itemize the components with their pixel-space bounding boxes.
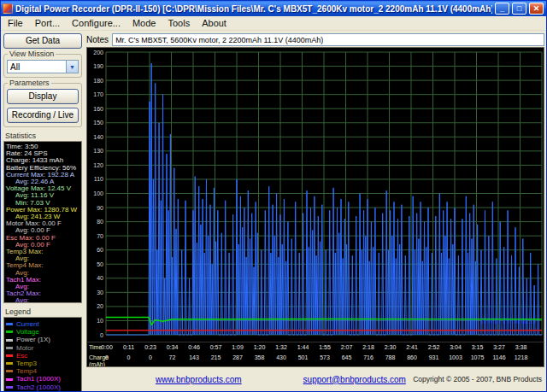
parameters-group: Parameters Display Recording / Live [3,83,82,127]
legend-item-label: Power (1X) [16,336,50,343]
legend-swatch-icon [6,370,13,372]
chart-svg: 0102030405060708090100110120130140150160… [87,48,544,342]
legend-item: Temp3 [6,360,79,367]
chevron-down-icon[interactable]: ▼ [66,61,78,73]
time-tick-value: 1:32 [275,344,287,350]
charge-tick-value: 143 [189,354,199,360]
title-bar[interactable]: Digital Power Recorder (DPR-II-150) [C:\… [1,1,546,16]
time-tick-value: 2:41 [406,344,418,350]
charge-tick-value: 430 [276,354,286,360]
content-area: Get Data View Mission All ▼ Parameters D… [1,31,546,391]
time-tick-value: 0:00 [101,344,113,350]
svg-text:130: 130 [93,148,103,154]
notes-row: Notes [86,32,544,47]
recording-live-button[interactable]: Recording / Live [7,108,79,123]
charge-tick-value: 716 [363,354,373,360]
svg-text:140: 140 [93,134,103,140]
charge-tick-value: 215 [211,354,221,360]
charge-tick-value: 860 [407,354,417,360]
time-tick-value: 1:55 [319,344,331,350]
time-tick-value: 3:27 [493,344,505,350]
display-button[interactable]: Display [7,89,79,104]
time-tick-value: 0:46 [188,344,200,350]
charge-tick-value: 72 [169,354,176,360]
time-tick-value: 0:57 [210,344,222,350]
menu-item-tools[interactable]: Tools [162,17,196,29]
legend-swatch-icon [6,378,13,381]
charge-tick-value: 0 [149,354,152,360]
time-tick-value: 2:07 [341,344,353,350]
legend-swatch-icon [6,339,13,342]
charge-tick-value: 0 [105,354,109,360]
legend-item: Power (1X) [6,336,79,343]
menu-item-port[interactable]: Port... [29,17,66,29]
legend-item: Motor [6,344,79,352]
app-icon [3,3,13,14]
statistics-lines: Time: 3:50Rate: 24 SPSCharge: 1433 mAhBa… [3,141,82,303]
get-data-button[interactable]: Get Data [3,33,82,49]
charge-tick-value: 0 [127,354,131,360]
svg-text:190: 190 [93,63,103,69]
legend-item: Current [6,320,79,328]
legend-item: Esc [6,352,79,360]
legend-item-label: Current [16,320,39,328]
charge-unit-label: (mAh) [89,361,105,367]
time-tick-value: 1:20 [254,344,266,350]
charge-tick-value: 1146 [492,354,505,360]
legend-swatch-icon [6,362,13,365]
close-button[interactable]: ✕ [529,3,544,15]
maximize-button[interactable]: □ [512,3,526,15]
svg-text:160: 160 [93,106,103,112]
legend-item-label: Tach1 (1000X) [16,375,61,383]
charge-tick-value: 1075 [471,354,485,360]
chart-area: 0102030405060708090100110120130140150160… [86,47,544,342]
svg-text:170: 170 [93,91,103,97]
svg-text:110: 110 [94,176,103,182]
menu-item-file[interactable]: File [2,17,29,29]
notes-input[interactable] [112,33,544,46]
menu-item-configure[interactable]: Configure... [66,17,126,29]
time-tick-value: 3:15 [472,344,484,350]
svg-text:200: 200 [93,50,103,56]
stat-line: Avg: [6,297,79,303]
statistics-label: Statistics [5,132,82,140]
x-axis-block: Time Charge (mAh) 0:000:110:230:340:460:… [86,342,544,367]
menu-item-mode[interactable]: Mode [126,17,162,29]
view-mission-label: View Mission [8,50,56,58]
svg-text:180: 180 [93,78,103,84]
mission-select-value: All [8,62,66,72]
legend-swatch-icon [6,331,13,333]
svg-text:70: 70 [97,233,103,239]
website-link[interactable]: www.bnbproducts.com [156,375,242,384]
menu-bar: FilePort...Configure...ModeToolsAbout [1,16,546,31]
svg-text:80: 80 [97,219,103,225]
legend-item: Temp4 [6,367,79,375]
charge-tick-value: 501 [298,354,309,360]
chart-panel: Notes 0102030405060708090100110120130140… [85,31,546,391]
svg-text:50: 50 [97,261,103,267]
svg-text:100: 100 [93,190,103,196]
menu-item-about[interactable]: About [196,17,232,29]
svg-text:60: 60 [97,247,103,253]
time-tick-value: 0:23 [144,344,156,350]
time-tick-value: 3:38 [515,344,527,350]
app-window: Digital Power Recorder (DPR-II-150) [C:\… [0,0,547,392]
notes-label: Notes [86,35,109,44]
legend-swatch-icon [6,347,13,349]
minimize-button[interactable]: _ [495,3,509,15]
svg-text:120: 120 [93,162,103,168]
time-tick-value: 2:52 [428,344,440,350]
legend-item-label: Esc [16,352,27,360]
legend-item: Tach2 (1000X) [6,383,79,391]
charge-tick-value: 1003 [449,354,462,360]
time-axis-label: Time [89,344,102,350]
support-email-link[interactable]: support@bnbproducts.com [303,375,406,384]
sidebar: Get Data View Mission All ▼ Parameters D… [1,31,85,391]
legend-item: Voltage [6,328,79,336]
time-tick-value: 1:09 [232,344,244,350]
svg-text:90: 90 [97,205,103,211]
svg-text:150: 150 [93,120,103,126]
mission-select[interactable]: All ▼ [7,60,79,73]
parameters-label: Parameters [8,79,51,87]
legend-swatch-icon [6,354,13,357]
